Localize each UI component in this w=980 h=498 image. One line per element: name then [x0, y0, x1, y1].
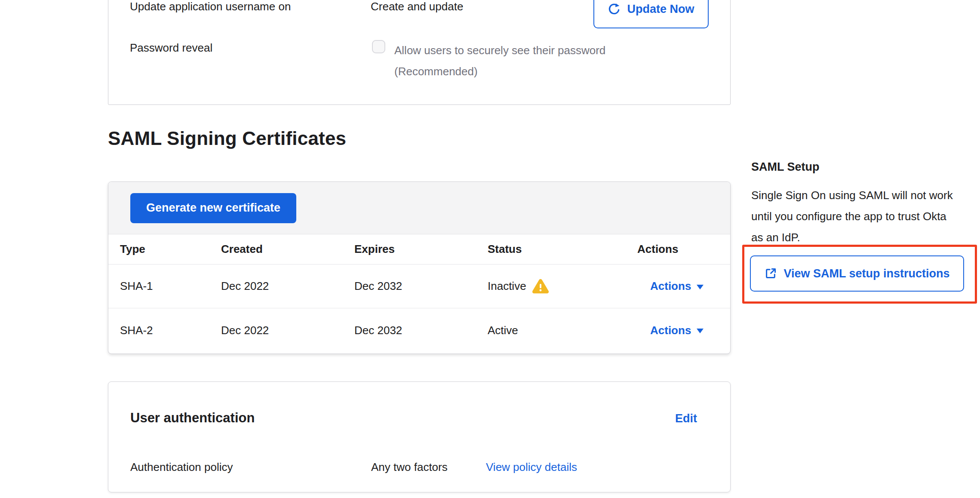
warning-icon	[532, 278, 549, 295]
cell-status: Inactive	[476, 278, 626, 295]
header-actions: Actions	[626, 243, 731, 256]
saml-setup-description: Single Sign On using SAML will not work …	[751, 185, 960, 248]
table-row: SHA-1 Dec 2022 Dec 2032 Inactive Actions	[108, 264, 730, 308]
cell-expires: Dec 2032	[343, 324, 476, 337]
authentication-policy-label: Authentication policy	[130, 461, 233, 474]
view-saml-setup-instructions-label: View SAML setup instructions	[783, 267, 949, 280]
user-authentication-card: User authentication Edit Authentication …	[108, 381, 731, 492]
cell-type: SHA-2	[108, 324, 209, 337]
header-status: Status	[476, 243, 626, 256]
cell-actions: Actions	[626, 280, 731, 293]
view-policy-details-link[interactable]: View policy details	[486, 461, 577, 474]
edit-link[interactable]: Edit	[675, 412, 697, 425]
actions-label: Actions	[650, 280, 691, 293]
refresh-icon	[608, 3, 621, 15]
status-text: Active	[488, 324, 518, 337]
certificates-toolbar: Generate new certificate	[108, 182, 730, 234]
password-reveal-label: Password reveal	[130, 41, 212, 55]
cell-created: Dec 2022	[209, 280, 343, 293]
authentication-policy-value: Any two factors	[371, 461, 448, 474]
generate-certificate-button[interactable]: Generate new certificate	[130, 193, 296, 223]
saml-setup-title: SAML Setup	[751, 160, 820, 174]
actions-dropdown[interactable]: Actions	[650, 280, 704, 293]
header-type: Type	[108, 243, 209, 256]
view-saml-setup-instructions-button[interactable]: View SAML setup instructions	[750, 255, 964, 292]
cell-status: Active	[476, 324, 626, 337]
password-reveal-checkbox[interactable]	[372, 40, 385, 53]
certificates-card: Generate new certificate Type Created Ex…	[108, 181, 731, 354]
header-expires: Expires	[343, 243, 476, 256]
actions-label: Actions	[650, 324, 691, 337]
table-header-row: Type Created Expires Status Actions	[108, 234, 730, 264]
update-now-button[interactable]: Update Now	[593, 0, 709, 28]
caret-down-icon	[697, 285, 704, 289]
user-authentication-title: User authentication	[130, 410, 255, 426]
username-update-value: Create and update	[371, 0, 463, 13]
status-text: Inactive	[488, 280, 526, 293]
header-created: Created	[209, 243, 343, 256]
page-title: SAML Signing Certificates	[108, 128, 346, 149]
page: Update application username on Create an…	[0, 0, 980, 498]
table-row: SHA-2 Dec 2022 Dec 2032 Active Actions	[108, 308, 730, 352]
cell-actions: Actions	[626, 324, 731, 337]
external-link-icon	[764, 267, 777, 280]
caret-down-icon	[697, 329, 704, 333]
cell-expires: Dec 2032	[343, 280, 476, 293]
cell-created: Dec 2022	[209, 324, 343, 337]
actions-dropdown[interactable]: Actions	[650, 324, 704, 337]
username-update-label: Update application username on	[130, 0, 291, 13]
update-now-label: Update Now	[627, 3, 694, 16]
password-reveal-checkbox-text: Allow users to securely see their passwo…	[394, 40, 642, 82]
cell-type: SHA-1	[108, 280, 209, 293]
